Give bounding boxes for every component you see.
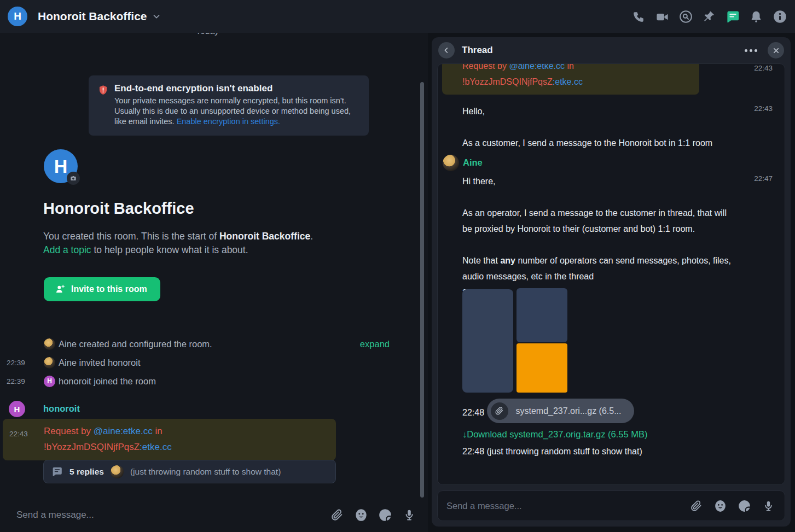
room-title[interactable]: Honoroit Backoffice <box>38 10 147 23</box>
event-text: Aine created and configured the room. <box>59 339 212 349</box>
room-id-text: !bYozzJmDSQINjfPqsZ <box>462 77 553 86</box>
message-sender-name[interactable]: Aine <box>463 157 483 168</box>
message-text: As a customer, I send a message to the H… <box>438 135 785 151</box>
file-name: systemd_237.ori...gz (6.5... <box>516 406 622 416</box>
event-time: 22:39 <box>7 377 30 385</box>
thread-composer <box>437 490 785 521</box>
message-time: 22:47 <box>754 174 773 183</box>
thread-sender-header: Aine <box>438 155 785 173</box>
intro-room-name: Honoroit Backoffice <box>219 231 310 242</box>
file-pill[interactable]: systemd_237.ori...gz (6.5... <box>487 399 635 423</box>
thread-message: 22:48 (just throwing random stuff to sho… <box>438 447 785 457</box>
room-avatar-large[interactable]: H <box>44 149 78 183</box>
message-text: Note that <box>462 256 500 265</box>
enable-encryption-link[interactable]: Enable encryption in settings. <box>177 117 280 126</box>
back-icon[interactable] <box>438 42 455 59</box>
message-line: Request by @aine:etke.cc in <box>462 63 690 74</box>
image-thumbnail[interactable] <box>517 288 567 342</box>
encryption-warning-body: Your private messages are normally encry… <box>114 96 359 127</box>
expand-link[interactable]: expand <box>360 339 390 349</box>
room-id-text: !bYozzJmDSQINjfPqsZ <box>44 442 140 452</box>
invite-button[interactable]: Invite to this room <box>44 277 160 301</box>
state-events: Aine created and configured the room. ex… <box>0 335 416 390</box>
thread-message: 22:47 Hi there, As an operator, I send a… <box>438 173 785 284</box>
timeline-scrollbar[interactable] <box>420 82 424 498</box>
search-icon[interactable] <box>678 9 693 24</box>
room-id-link[interactable]: :etke.cc <box>140 442 172 452</box>
microphone-icon[interactable] <box>402 507 417 523</box>
event-text: honoroit joined the room <box>59 376 156 387</box>
avatar-aine <box>44 357 55 369</box>
event-joined: 22:39 H honoroit joined the room <box>0 372 416 390</box>
attachment-icon[interactable] <box>688 498 704 513</box>
video-call-icon[interactable] <box>654 9 670 24</box>
chevron-down-icon[interactable] <box>152 11 161 21</box>
download-link[interactable]: ↓Download systemd_237.orig.tar.gz (6.55 … <box>462 429 647 439</box>
message-text: Request by <box>462 63 509 71</box>
sticker-icon[interactable] <box>378 507 393 523</box>
room-avatar-small[interactable]: H <box>8 7 27 26</box>
intro-text-tail: to help people know what it is about. <box>91 244 248 255</box>
room-info-icon[interactable] <box>772 9 787 24</box>
image-thumbnail[interactable] <box>462 289 513 393</box>
room-timeline-column: Today End-to-end encryption isn't enable… <box>0 33 428 532</box>
person-add-icon <box>55 284 66 295</box>
more-options-icon[interactable] <box>741 46 761 55</box>
invite-button-label: Invite to this room <box>71 284 147 294</box>
user-mention-link[interactable]: @aine:etke.cc <box>94 426 153 436</box>
phone-icon[interactable] <box>631 9 646 24</box>
camera-icon[interactable] <box>67 172 80 185</box>
emoji-icon[interactable] <box>712 498 728 513</box>
composer-actions <box>329 507 417 523</box>
room-intro-title: Honoroit Backoffice <box>43 200 194 218</box>
message-sender-name[interactable]: honoroit <box>43 404 80 414</box>
avatar-aine <box>111 465 124 478</box>
avatar-aine[interactable] <box>443 155 459 171</box>
user-mention-link[interactable]: @aine:etke.cc <box>509 63 565 71</box>
room-header-bar: H Honoroit Backoffice <box>0 0 795 33</box>
avatar-honoroit[interactable]: H <box>9 401 25 417</box>
message-text: Hello, <box>438 103 785 119</box>
close-icon[interactable] <box>768 42 784 59</box>
thread-composer-actions <box>688 498 776 513</box>
encryption-warning-card: End-to-end encryption isn't enabled Your… <box>89 75 369 136</box>
message-time: 22:43 <box>9 426 28 442</box>
message-text: Request by <box>44 426 94 436</box>
download-row: ↓Download systemd_237.orig.tar.gz (6.55 … <box>438 429 785 440</box>
sticker-icon[interactable] <box>736 498 752 513</box>
message-text: Hi there, <box>438 173 785 189</box>
image-thumbnail[interactable] <box>517 343 567 393</box>
thread-chat-icon <box>51 466 63 477</box>
message-text: As an operator, I send a message to the … <box>438 205 785 237</box>
thread-panel-header: Thread <box>432 37 791 63</box>
event-invited: 22:39 Aine invited honoroit <box>0 353 416 372</box>
room-avatar-letter: H <box>54 156 68 177</box>
message-composer <box>0 498 428 532</box>
intro-text-period: . <box>310 231 313 242</box>
message-time: 22:43 <box>754 104 773 113</box>
microphone-icon[interactable] <box>761 498 776 513</box>
pin-icon[interactable] <box>701 9 717 24</box>
threads-icon[interactable] <box>725 9 740 24</box>
message-input[interactable] <box>16 510 329 521</box>
attachment-icon <box>491 402 508 420</box>
intro-text: You created this room. This is the start… <box>43 231 219 242</box>
event-time: 22:39 <box>7 359 30 367</box>
message-text: in <box>565 63 574 71</box>
date-divider: Today <box>0 33 415 36</box>
event-text: Aine invited honoroit <box>59 358 141 368</box>
room-id-link[interactable]: :etke.cc <box>553 77 583 86</box>
thread-message-input[interactable] <box>446 501 688 511</box>
file-attachment: 22:48 systemd_237.ori...gz (6.5... <box>438 399 785 423</box>
emoji-icon[interactable] <box>353 507 369 523</box>
thread-message: 22:43 Hello, As a customer, I send a mes… <box>438 103 785 151</box>
message-time: 22:48 <box>462 447 484 456</box>
notifications-icon[interactable] <box>748 9 764 24</box>
message-text-bold: any <box>500 256 515 265</box>
thread-message-list: 22:43 Request by @aine:etke.cc in !bYozz… <box>437 63 785 485</box>
room-timeline: Today End-to-end encryption isn't enable… <box>0 33 428 498</box>
thread-summary-card[interactable]: 5 replies (just throwing random stuff to… <box>43 460 336 483</box>
attachment-icon[interactable] <box>329 507 345 523</box>
add-topic-link[interactable]: Add a topic <box>43 244 91 255</box>
message-time: 22:43 <box>754 64 773 72</box>
